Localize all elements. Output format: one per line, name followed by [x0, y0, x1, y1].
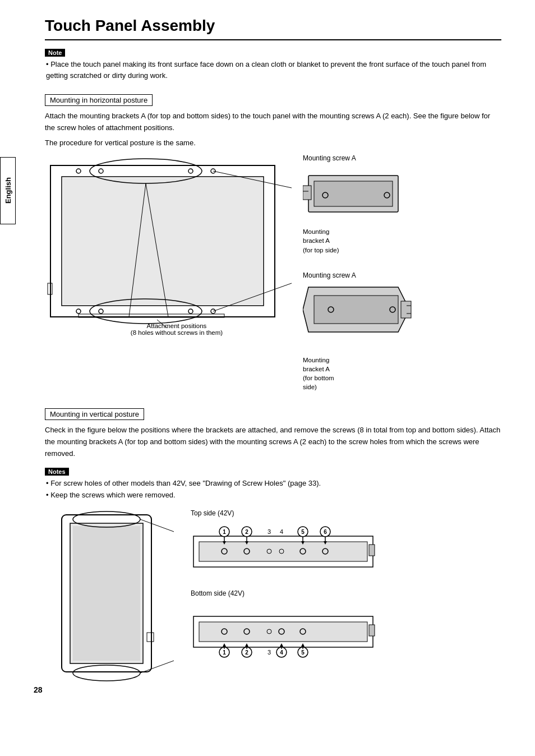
vertical-section: Mounting in vertical posture Check in th…	[45, 400, 501, 683]
notes-box: Notes • For screw holes of other models …	[45, 467, 501, 501]
svg-text:4: 4	[280, 649, 283, 656]
page-number: 28	[34, 685, 43, 694]
svg-marker-84	[223, 643, 226, 647]
attachment-label: Attachment positions(8 holes without scr…	[62, 322, 292, 336]
svg-line-39	[140, 519, 174, 532]
svg-line-40	[140, 661, 174, 673]
bottom-side-label: Bottom side (42V)	[191, 589, 501, 597]
svg-text:3: 3	[268, 528, 271, 535]
svg-point-9	[188, 309, 193, 314]
side-diagrams: Mounting screw A Mountingbracket A(for t…	[303, 154, 501, 391]
svg-rect-27	[314, 296, 398, 324]
mounting-screw-a-top-label: Mounting screw A	[303, 154, 501, 162]
notes-list: • For screw holes of other models than 4…	[46, 478, 501, 501]
main-panel-diagram: Attachment positions(8 holes without scr…	[45, 154, 292, 336]
svg-text:2: 2	[245, 649, 248, 656]
top-side-label: Top side (42V)	[191, 509, 501, 517]
svg-marker-86	[280, 643, 283, 647]
svg-rect-92	[369, 625, 375, 636]
note-item-1: • For screw holes of other models than 4…	[46, 478, 501, 490]
svg-text:5: 5	[301, 529, 305, 535]
svg-marker-85	[245, 643, 248, 647]
svg-point-3	[76, 169, 81, 173]
svg-text:3: 3	[268, 649, 271, 656]
svg-point-38	[73, 665, 140, 681]
horizontal-body2: The procedure for vertical posture is th…	[45, 137, 501, 149]
svg-rect-21	[314, 181, 393, 206]
mounting-bracket-bottom-label: Mountingbracket A(for bottomside)	[303, 356, 501, 391]
horizontal-diagram-area: Attachment positions(8 holes without scr…	[45, 154, 501, 391]
bottom-bracket-diagram: Mounting screw A Mountingbracket A(for b…	[303, 271, 501, 391]
svg-point-4	[99, 169, 103, 173]
page-title: Touch Panel Assembly	[45, 17, 501, 40]
vertical-body: Check in the figure below the positions …	[45, 425, 501, 459]
svg-point-5	[188, 169, 193, 173]
svg-marker-87	[301, 643, 305, 647]
svg-rect-67	[369, 545, 375, 556]
note-item-2: • Keep the screws which were removed.	[46, 490, 501, 501]
note-text: • Place the touch panel making its front…	[46, 59, 501, 81]
svg-rect-30	[401, 301, 411, 318]
mounting-bracket-top-label: Mountingbracket A(for top side)	[303, 227, 501, 254]
svg-rect-24	[303, 186, 311, 200]
svg-point-7	[76, 309, 81, 314]
vertical-posture-header: Mounting in vertical posture	[45, 408, 144, 420]
language-tab: English	[0, 157, 16, 224]
svg-rect-2	[63, 178, 262, 305]
svg-rect-42	[199, 542, 367, 561]
notes-label: Notes	[45, 468, 69, 476]
svg-point-8	[99, 309, 103, 314]
horizontal-posture-header: Mounting in horizontal posture	[45, 94, 153, 106]
screw-hole-diagrams: Top side (42V) 1 2 3 4	[191, 509, 501, 658]
svg-text:1: 1	[223, 649, 226, 656]
top-bracket-diagram: Mounting screw A Mountingbracket A(for t…	[303, 154, 501, 254]
note-label: Note	[45, 49, 65, 57]
horizontal-body1: Attach the mounting brackets A (for top …	[45, 110, 501, 134]
svg-text:1: 1	[223, 529, 226, 535]
note-box: Note • Place the touch panel making its …	[45, 48, 501, 81]
vertical-panel-diagram	[45, 509, 174, 683]
svg-rect-35	[73, 526, 140, 661]
svg-rect-36	[147, 633, 154, 642]
svg-text:4: 4	[280, 528, 283, 535]
mounting-screw-a-bottom-label: Mounting screw A	[303, 271, 501, 279]
bottom-diagrams: Top side (42V) 1 2 3 4	[45, 509, 501, 683]
svg-text:6: 6	[324, 529, 327, 535]
svg-text:2: 2	[245, 529, 248, 535]
svg-text:5: 5	[301, 649, 305, 656]
svg-rect-69	[199, 622, 367, 642]
